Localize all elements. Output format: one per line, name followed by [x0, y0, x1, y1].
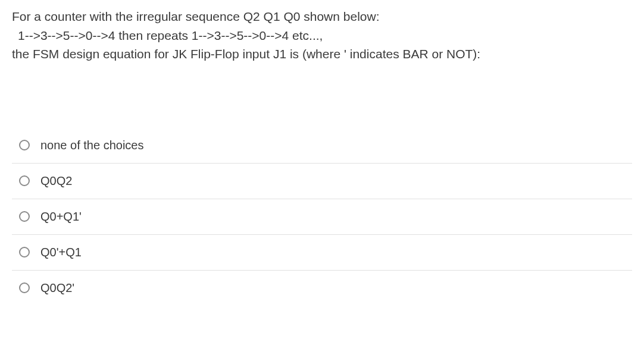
choice-label: Q0'+Q1 — [40, 246, 82, 259]
choice-row[interactable]: Q0'+Q1 — [12, 234, 632, 270]
stem-line-1: For a counter with the irregular sequenc… — [12, 7, 632, 26]
choice-label: Q0Q2 — [40, 174, 72, 188]
question-stem: For a counter with the irregular sequenc… — [12, 7, 632, 64]
radio-icon[interactable] — [19, 282, 30, 293]
choice-row[interactable]: Q0Q2' — [12, 270, 632, 306]
choice-label: Q0+Q1' — [40, 210, 82, 224]
question-container: For a counter with the irregular sequenc… — [0, 0, 644, 306]
radio-icon[interactable] — [19, 140, 30, 150]
choice-row[interactable]: Q0Q2 — [12, 163, 632, 199]
answer-choices: none of the choices Q0Q2 Q0+Q1' Q0'+Q1 Q… — [12, 128, 632, 306]
choice-label: none of the choices — [40, 139, 143, 152]
radio-icon[interactable] — [19, 247, 30, 257]
stem-line-3: the FSM design equation for JK Flip-Flop… — [12, 45, 632, 64]
choice-row[interactable]: none of the choices — [12, 128, 632, 163]
choice-label: Q0Q2' — [40, 281, 74, 295]
choice-row[interactable]: Q0+Q1' — [12, 199, 632, 234]
radio-icon[interactable] — [19, 211, 30, 222]
radio-icon[interactable] — [19, 175, 30, 186]
stem-line-2: 1-->3-->5-->0-->4 then repeats 1-->3-->5… — [12, 26, 632, 45]
